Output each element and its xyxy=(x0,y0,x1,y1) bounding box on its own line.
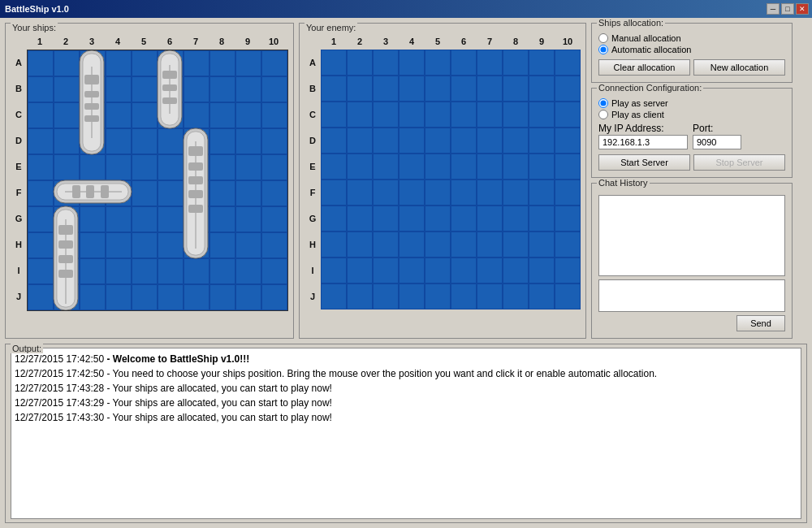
your-grid-cell[interactable] xyxy=(132,180,158,206)
your-grid-cell[interactable] xyxy=(106,50,132,76)
your-grid-cell[interactable] xyxy=(80,232,106,258)
enemy-grid-cell[interactable] xyxy=(347,283,373,309)
your-grid-cell[interactable] xyxy=(80,258,106,284)
close-button[interactable]: ✕ xyxy=(796,3,809,15)
your-grid-cell[interactable] xyxy=(158,102,184,128)
your-grid-cell[interactable] xyxy=(80,128,106,154)
enemy-grid-cell[interactable] xyxy=(451,128,477,154)
your-grid-cell[interactable] xyxy=(28,154,54,180)
enemy-grid-cell[interactable] xyxy=(399,50,425,76)
your-grid-cell[interactable] xyxy=(132,232,158,258)
enemy-grid-cell[interactable] xyxy=(425,206,451,232)
your-grid-cell[interactable] xyxy=(28,102,54,128)
enemy-grid-cell[interactable] xyxy=(373,50,399,76)
your-grid-cell[interactable] xyxy=(235,284,261,310)
enemy-grid-cell[interactable] xyxy=(477,128,503,154)
your-grid-cell[interactable] xyxy=(28,128,54,154)
stop-server-button[interactable]: Stop Server xyxy=(693,154,785,171)
enemy-grid-cell[interactable] xyxy=(503,102,529,128)
your-grid-cell[interactable] xyxy=(28,284,54,310)
your-grid-cell[interactable] xyxy=(158,154,184,180)
enemy-grid-cell[interactable] xyxy=(347,258,373,283)
manual-allocation-radio[interactable] xyxy=(598,33,608,43)
enemy-grid[interactable] xyxy=(321,50,581,309)
enemy-grid-cell[interactable] xyxy=(555,258,581,283)
enemy-grid-cell[interactable] xyxy=(529,154,555,180)
play-server-label[interactable]: Play as server xyxy=(611,98,668,108)
enemy-grid-cell[interactable] xyxy=(321,180,347,206)
play-server-radio[interactable] xyxy=(598,98,608,108)
your-grid-cell[interactable] xyxy=(184,154,209,180)
maximize-button[interactable]: □ xyxy=(781,3,794,15)
enemy-grid-cell[interactable] xyxy=(321,102,347,128)
your-grid-cell[interactable] xyxy=(80,206,106,232)
your-grid-cell[interactable] xyxy=(106,76,132,102)
chat-input[interactable] xyxy=(598,279,785,312)
enemy-grid-cell[interactable] xyxy=(373,258,399,283)
enemy-grid-cell[interactable] xyxy=(425,258,451,283)
port-input[interactable] xyxy=(693,135,741,149)
your-ships-cells[interactable] xyxy=(28,50,287,310)
your-grid-cell[interactable] xyxy=(209,102,235,128)
your-grid-cell[interactable] xyxy=(54,76,80,102)
enemy-grid-cell[interactable] xyxy=(373,206,399,232)
your-grid-cell[interactable] xyxy=(184,258,209,284)
play-client-radio[interactable] xyxy=(598,110,608,119)
enemy-grid-cell[interactable] xyxy=(529,102,555,128)
your-grid-cell[interactable] xyxy=(54,206,80,232)
enemy-grid-cell[interactable] xyxy=(503,76,529,102)
enemy-grid-cell[interactable] xyxy=(451,76,477,102)
enemy-grid-cell[interactable] xyxy=(399,102,425,128)
your-grid-cell[interactable] xyxy=(235,102,261,128)
your-grid-cell[interactable] xyxy=(158,284,184,310)
enemy-grid-cell[interactable] xyxy=(399,232,425,258)
enemy-grid-cell[interactable] xyxy=(399,154,425,180)
your-grid-cell[interactable] xyxy=(106,206,132,232)
enemy-grid-cell[interactable] xyxy=(347,102,373,128)
enemy-grid-cell[interactable] xyxy=(555,180,581,206)
your-grid-cell[interactable] xyxy=(209,128,235,154)
enemy-grid-cell[interactable] xyxy=(555,232,581,258)
your-grid-cell[interactable] xyxy=(132,258,158,284)
your-grid-cell[interactable] xyxy=(209,206,235,232)
enemy-grid-cell[interactable] xyxy=(347,128,373,154)
manual-allocation-label[interactable]: Manual allocation xyxy=(611,33,681,43)
enemy-grid-cell[interactable] xyxy=(425,128,451,154)
enemy-grid-cell[interactable] xyxy=(373,128,399,154)
new-allocation-button[interactable]: New allocation xyxy=(693,59,785,76)
your-grid-cell[interactable] xyxy=(158,128,184,154)
your-grid-cell[interactable] xyxy=(261,50,287,76)
your-grid-cell[interactable] xyxy=(235,76,261,102)
your-grid-cell[interactable] xyxy=(235,154,261,180)
enemy-grid-cell[interactable] xyxy=(399,258,425,283)
your-grid-cell[interactable] xyxy=(261,154,287,180)
your-grid-cell[interactable] xyxy=(54,128,80,154)
ip-input[interactable] xyxy=(598,135,688,149)
your-grid-cell[interactable] xyxy=(184,232,209,258)
your-grid-cell[interactable] xyxy=(261,258,287,284)
enemy-grid-cell[interactable] xyxy=(425,283,451,309)
enemy-grid-cell[interactable] xyxy=(451,283,477,309)
enemy-grid-cell[interactable] xyxy=(347,154,373,180)
your-grid-cell[interactable] xyxy=(106,180,132,206)
your-grid-cell[interactable] xyxy=(261,232,287,258)
your-grid-cell[interactable] xyxy=(158,258,184,284)
enemy-grid-cell[interactable] xyxy=(373,102,399,128)
enemy-grid-cell[interactable] xyxy=(529,180,555,206)
enemy-grid-cell[interactable] xyxy=(451,102,477,128)
your-grid-cell[interactable] xyxy=(28,206,54,232)
your-grid-cell[interactable] xyxy=(209,76,235,102)
enemy-grid-cell[interactable] xyxy=(503,50,529,76)
enemy-grid-cell[interactable] xyxy=(399,76,425,102)
your-grid-cell[interactable] xyxy=(54,180,80,206)
enemy-grid-cell[interactable] xyxy=(451,258,477,283)
clear-allocation-button[interactable]: Clear allocation xyxy=(598,59,690,76)
your-grid-cell[interactable] xyxy=(184,284,209,310)
enemy-grid-cell[interactable] xyxy=(529,76,555,102)
enemy-grid-cell[interactable] xyxy=(451,206,477,232)
your-grid-cell[interactable] xyxy=(54,284,80,310)
your-grid-cell[interactable] xyxy=(132,154,158,180)
your-grid-cell[interactable] xyxy=(80,180,106,206)
enemy-grid-cell[interactable] xyxy=(555,128,581,154)
your-grid-cell[interactable] xyxy=(54,50,80,76)
